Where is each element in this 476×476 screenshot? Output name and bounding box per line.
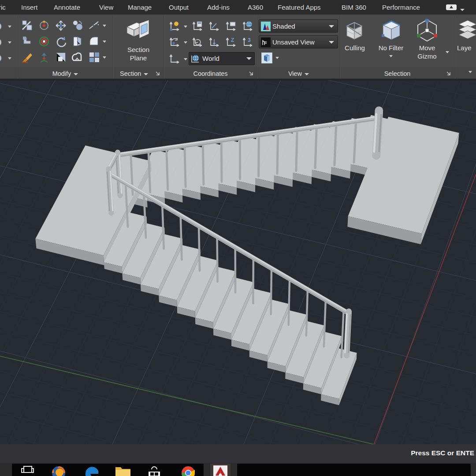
svg-text:3: 3 xyxy=(248,37,251,43)
svg-text:Z: Z xyxy=(231,37,234,43)
